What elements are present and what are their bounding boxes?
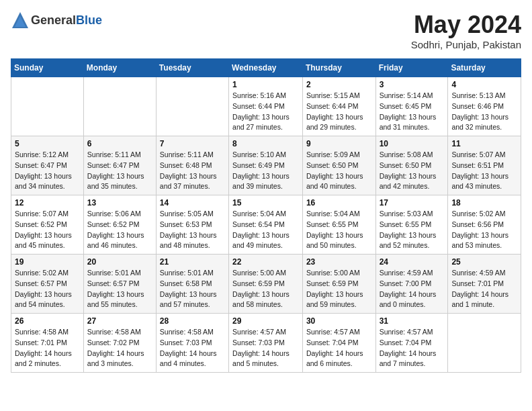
day-info: Sunrise: 5:00 AMSunset: 6:59 PMDaylight:… (306, 268, 372, 310)
day-number: 5 (15, 139, 80, 148)
day-number: 12 (15, 198, 80, 208)
day-number: 28 (160, 316, 225, 326)
day-number: 13 (87, 198, 152, 208)
day-info: Sunrise: 4:57 AMSunset: 7:04 PMDaylight:… (306, 327, 372, 369)
calendar-cell: 27Sunrise: 4:58 AMSunset: 7:02 PMDayligh… (83, 314, 156, 373)
day-info: Sunrise: 4:58 AMSunset: 7:02 PMDaylight:… (87, 327, 152, 369)
day-info: Sunrise: 5:13 AMSunset: 6:46 PMDaylight:… (451, 91, 517, 133)
calendar-cell: 15Sunrise: 5:04 AMSunset: 6:54 PMDayligh… (229, 195, 303, 255)
day-info: Sunrise: 5:09 AMSunset: 6:50 PMDaylight:… (306, 150, 372, 192)
day-number: 21 (160, 257, 225, 267)
weekday-header-friday: Friday (375, 59, 448, 77)
day-info: Sunrise: 5:01 AMSunset: 6:58 PMDaylight:… (160, 268, 225, 310)
calendar-week-row: 26Sunrise: 4:58 AMSunset: 7:01 PMDayligh… (11, 314, 521, 373)
calendar-cell: 24Sunrise: 4:59 AMSunset: 7:00 PMDayligh… (375, 255, 448, 314)
day-info: Sunrise: 4:57 AMSunset: 7:03 PMDaylight:… (232, 327, 299, 369)
calendar-cell: 18Sunrise: 5:02 AMSunset: 6:56 PMDayligh… (448, 195, 521, 255)
day-info: Sunrise: 5:15 AMSunset: 6:44 PMDaylight:… (306, 91, 372, 133)
weekday-header-wednesday: Wednesday (229, 59, 303, 77)
calendar-cell: 29Sunrise: 4:57 AMSunset: 7:03 PMDayligh… (229, 314, 303, 373)
day-number: 31 (380, 316, 445, 326)
calendar-cell (156, 77, 228, 136)
day-number: 16 (306, 198, 372, 208)
calendar-cell (83, 77, 156, 136)
calendar-cell: 3Sunrise: 5:14 AMSunset: 6:45 PMDaylight… (375, 77, 448, 136)
day-number: 23 (306, 257, 372, 267)
day-info: Sunrise: 4:58 AMSunset: 7:03 PMDaylight:… (160, 327, 225, 369)
day-number: 20 (87, 257, 152, 267)
weekday-header-thursday: Thursday (302, 59, 375, 77)
logo-icon (11, 11, 30, 30)
day-number: 30 (306, 316, 372, 326)
location-subtitle: Sodhri, Punjab, Pakistan (411, 39, 521, 50)
day-number: 11 (451, 139, 517, 148)
weekday-header-monday: Monday (83, 59, 156, 77)
calendar-cell (448, 314, 521, 373)
weekday-header-sunday: Sunday (11, 59, 84, 77)
day-info: Sunrise: 5:14 AMSunset: 6:45 PMDaylight:… (380, 91, 445, 133)
day-number: 19 (15, 257, 80, 267)
calendar-cell: 10Sunrise: 5:08 AMSunset: 6:50 PMDayligh… (375, 136, 448, 195)
logo-general: General (31, 13, 76, 27)
calendar-cell: 5Sunrise: 5:12 AMSunset: 6:47 PMDaylight… (11, 136, 84, 195)
calendar-cell: 14Sunrise: 5:05 AMSunset: 6:53 PMDayligh… (156, 195, 228, 255)
day-info: Sunrise: 5:02 AMSunset: 6:57 PMDaylight:… (15, 268, 80, 310)
day-info: Sunrise: 4:58 AMSunset: 7:01 PMDaylight:… (15, 327, 80, 369)
day-info: Sunrise: 5:08 AMSunset: 6:50 PMDaylight:… (380, 150, 445, 192)
day-number: 8 (232, 139, 299, 148)
day-number: 4 (451, 80, 517, 89)
calendar-cell: 28Sunrise: 4:58 AMSunset: 7:03 PMDayligh… (156, 314, 228, 373)
day-info: Sunrise: 5:11 AMSunset: 6:47 PMDaylight:… (87, 150, 152, 192)
calendar-cell: 19Sunrise: 5:02 AMSunset: 6:57 PMDayligh… (11, 255, 84, 314)
day-info: Sunrise: 5:16 AMSunset: 6:44 PMDaylight:… (232, 91, 299, 133)
day-info: Sunrise: 5:01 AMSunset: 6:57 PMDaylight:… (87, 268, 152, 310)
weekday-header-row: SundayMondayTuesdayWednesdayThursdayFrid… (11, 59, 521, 77)
weekday-header-tuesday: Tuesday (156, 59, 228, 77)
day-info: Sunrise: 5:04 AMSunset: 6:55 PMDaylight:… (306, 209, 372, 251)
day-number: 26 (15, 316, 80, 326)
calendar-cell: 1Sunrise: 5:16 AMSunset: 6:44 PMDaylight… (229, 77, 303, 136)
day-number: 25 (451, 257, 517, 267)
day-number: 22 (232, 257, 299, 267)
calendar-cell: 12Sunrise: 5:07 AMSunset: 6:52 PMDayligh… (11, 195, 84, 255)
day-info: Sunrise: 5:06 AMSunset: 6:52 PMDaylight:… (87, 209, 152, 251)
calendar-cell: 26Sunrise: 4:58 AMSunset: 7:01 PMDayligh… (11, 314, 84, 373)
calendar-cell: 7Sunrise: 5:11 AMSunset: 6:48 PMDaylight… (156, 136, 228, 195)
calendar-week-row: 1Sunrise: 5:16 AMSunset: 6:44 PMDaylight… (11, 77, 521, 136)
calendar-cell: 21Sunrise: 5:01 AMSunset: 6:58 PMDayligh… (156, 255, 228, 314)
calendar-cell: 8Sunrise: 5:10 AMSunset: 6:49 PMDaylight… (229, 136, 303, 195)
weekday-header-saturday: Saturday (448, 59, 521, 77)
calendar-cell (11, 77, 84, 136)
day-info: Sunrise: 5:00 AMSunset: 6:59 PMDaylight:… (232, 268, 299, 310)
title-area: May 2024 Sodhri, Punjab, Pakistan (411, 11, 521, 50)
day-info: Sunrise: 5:07 AMSunset: 6:51 PMDaylight:… (451, 150, 517, 192)
calendar-cell: 11Sunrise: 5:07 AMSunset: 6:51 PMDayligh… (448, 136, 521, 195)
calendar-week-row: 12Sunrise: 5:07 AMSunset: 6:52 PMDayligh… (11, 195, 521, 255)
calendar-table: SundayMondayTuesdayWednesdayThursdayFrid… (11, 58, 521, 373)
day-info: Sunrise: 5:03 AMSunset: 6:55 PMDaylight:… (380, 209, 445, 251)
day-number: 15 (232, 198, 299, 208)
day-info: Sunrise: 5:04 AMSunset: 6:54 PMDaylight:… (232, 209, 299, 251)
day-number: 17 (380, 198, 445, 208)
day-info: Sunrise: 5:10 AMSunset: 6:49 PMDaylight:… (232, 150, 299, 192)
calendar-cell: 31Sunrise: 4:57 AMSunset: 7:04 PMDayligh… (375, 314, 448, 373)
day-number: 10 (380, 139, 445, 148)
calendar-cell: 6Sunrise: 5:11 AMSunset: 6:47 PMDaylight… (83, 136, 156, 195)
calendar-cell: 16Sunrise: 5:04 AMSunset: 6:55 PMDayligh… (302, 195, 375, 255)
logo: GeneralBlue (11, 11, 102, 30)
day-info: Sunrise: 5:02 AMSunset: 6:56 PMDaylight:… (451, 209, 517, 251)
day-info: Sunrise: 4:59 AMSunset: 7:01 PMDaylight:… (451, 268, 517, 310)
calendar-cell: 20Sunrise: 5:01 AMSunset: 6:57 PMDayligh… (83, 255, 156, 314)
day-number: 9 (306, 139, 372, 148)
page-header: GeneralBlue May 2024 Sodhri, Punjab, Pak… (11, 11, 521, 50)
day-info: Sunrise: 5:05 AMSunset: 6:53 PMDaylight:… (160, 209, 225, 251)
day-info: Sunrise: 5:07 AMSunset: 6:52 PMDaylight:… (15, 209, 80, 251)
day-info: Sunrise: 5:12 AMSunset: 6:47 PMDaylight:… (15, 150, 80, 192)
calendar-week-row: 5Sunrise: 5:12 AMSunset: 6:47 PMDaylight… (11, 136, 521, 195)
calendar-cell: 17Sunrise: 5:03 AMSunset: 6:55 PMDayligh… (375, 195, 448, 255)
calendar-cell: 2Sunrise: 5:15 AMSunset: 6:44 PMDaylight… (302, 77, 375, 136)
day-number: 3 (380, 80, 445, 89)
calendar-cell: 9Sunrise: 5:09 AMSunset: 6:50 PMDaylight… (302, 136, 375, 195)
day-info: Sunrise: 5:11 AMSunset: 6:48 PMDaylight:… (160, 150, 225, 192)
month-year-title: May 2024 (411, 11, 521, 39)
